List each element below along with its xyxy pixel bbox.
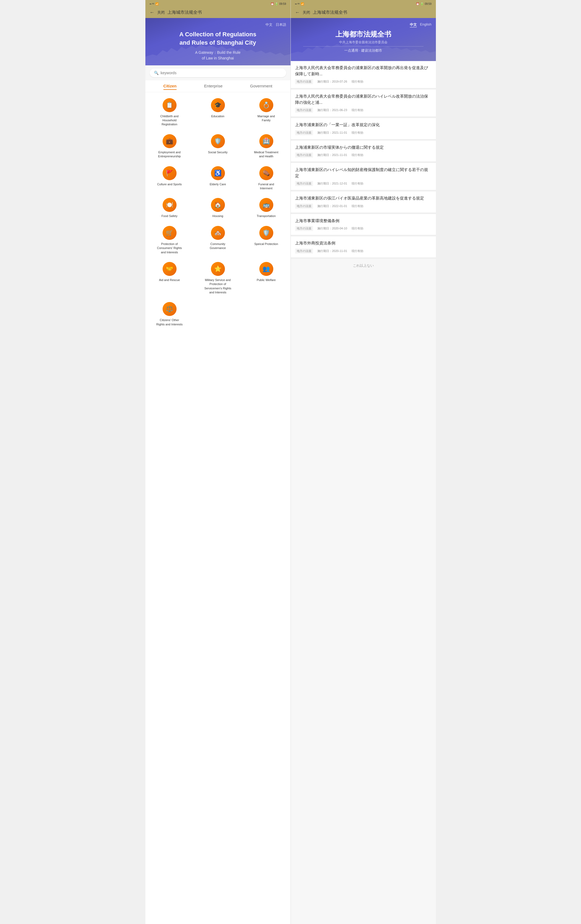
category-military[interactable]: ⭐ Military Service andProtection ofServi…	[194, 258, 242, 299]
marriage-label: Marriage andFamily	[257, 114, 275, 123]
search-icon: 🔍	[154, 71, 158, 75]
category-transportation[interactable]: 🚌 Transportation	[242, 194, 291, 222]
list-item-2[interactable]: 上海市浦東新区の「一業一証」改革規定の深化 地方の法規 施行期日：2021-11…	[291, 118, 436, 141]
list-item-4[interactable]: 上海市浦東新区のハイレベル知的財産権保護制度の確立に関する若干の規定 地方の法規…	[291, 163, 436, 191]
lang-chinese-right[interactable]: 中文	[410, 22, 417, 27]
list-meta-5: 地方の法規 施行期日：2022-01-01 現行有効	[295, 204, 431, 209]
right-phone: ▪▪ ⁴ᵍ 📶 ⏰ 🔋 09:59 ← 关闭 上海城市法规全书 中文 Engli…	[291, 0, 436, 924]
status-right-right-icons: ⏰ 🔋 09:59	[416, 2, 431, 5]
meta-date-3: 施行期日：2021-11-01	[318, 153, 347, 157]
category-aid[interactable]: 🤝 Aid and Rescue	[145, 258, 194, 299]
meta-tag-0: 地方の法規	[295, 79, 313, 84]
wifi-icon-right: 📶	[301, 2, 304, 5]
category-citizens-rights[interactable]: ⚖️ Citizens' OtherRights and Interests	[145, 298, 194, 330]
welfare-icon: 👥	[259, 262, 273, 276]
category-funeral[interactable]: ⚰️ Funeral andInterment	[242, 162, 291, 195]
law-list: 上海市人民代表大会常務委員会の浦東新区の改革開放の再出発を促進及び保障して新時.…	[291, 61, 436, 924]
list-title-7: 上海市外商投資法条例	[295, 240, 431, 246]
list-item-1[interactable]: 上海市人民代表大会常務委員会の浦東新区のハイレベル改革開放の法治保障の強化と浦.…	[291, 89, 436, 118]
consumers-label: Protection ofConsumers' Rightsand Intere…	[157, 242, 182, 254]
childbirth-label: Childbirth andHouseholdRegistration	[160, 114, 179, 127]
category-housing[interactable]: 🏠 Housing	[194, 194, 242, 222]
search-section: 🔍	[145, 65, 291, 81]
battery-icon-right: 🔋	[420, 2, 423, 5]
category-special[interactable]: 🛡️ Speical Protection	[242, 222, 291, 258]
signal-icon-right: ▪▪ ⁴ᵍ	[295, 2, 300, 5]
military-label: Military Service andProtection ofService…	[204, 278, 231, 295]
meta-tag-4: 地方の法規	[295, 181, 313, 186]
category-employment[interactable]: 💼 Employment andEntrepreneurship	[145, 130, 194, 162]
list-meta-7: 地方の法規 施行期日：2020-11-01 現行有効	[295, 249, 431, 254]
medical-icon: 🏥	[259, 134, 273, 148]
lang-english-right[interactable]: English	[420, 22, 431, 27]
employment-label: Employment andEntrepreneurship	[158, 150, 181, 158]
citizens-rights-icon: ⚖️	[163, 302, 176, 316]
lang-japanese-left[interactable]: 日本語	[276, 22, 286, 27]
elderly-icon: ♿	[211, 166, 225, 180]
special-icon: 🛡️	[259, 226, 273, 240]
meta-status-4: 現行有効	[352, 182, 363, 186]
meta-status-6: 現行有効	[352, 226, 363, 231]
close-button-right[interactable]: 关闭	[303, 10, 310, 15]
meta-date-0: 施行期日：2019-07-26	[318, 79, 347, 84]
left-phone: ▪▪ ⁴ᵍ 📶 ⏰ 🔋 09:59 ← 关闭 上海城市法规全书 中文 日本語 A…	[145, 0, 291, 924]
housing-icon: 🏠	[211, 198, 225, 212]
battery-icon: 🔋	[275, 2, 278, 5]
meta-date-1: 施行期日：2021-06-23	[318, 108, 347, 112]
list-item-3[interactable]: 上海浦東新区の市場実体からの撤退に関する規定 地方の法規 施行期日：2021-1…	[291, 141, 436, 163]
meta-tag-1: 地方の法規	[295, 107, 313, 113]
category-consumers[interactable]: 🛒 Protection ofConsumers' Rightsand Inte…	[145, 222, 194, 258]
meta-tag-7: 地方の法規	[295, 249, 313, 254]
back-button-right[interactable]: ←	[295, 10, 300, 15]
status-right-icons: ⏰ 🔋 09:59	[271, 2, 286, 5]
category-education[interactable]: 🎓 Education	[194, 94, 242, 130]
list-title-1: 上海市人民代表大会常務委員会の浦東新区のハイレベル改革開放の法治保障の強化と浦.…	[295, 93, 431, 106]
list-title-3: 上海浦東新区の市場実体からの撤退に関する規定	[295, 144, 431, 150]
list-item-0[interactable]: 上海市人民代表大会常務委員会の浦東新区の改革開放の再出発を促進及び保障して新時.…	[291, 61, 436, 89]
close-button-left[interactable]: 关闭	[157, 10, 165, 15]
list-item-6[interactable]: 上海市事業環境整備条例 地方の法規 施行期日：2020-04-10 現行有効	[291, 214, 436, 237]
category-elderly[interactable]: ♿ Elderly Care	[194, 162, 242, 195]
list-title-2: 上海市浦東新区の「一業一証」改革規定の深化	[295, 122, 431, 128]
alarm-icon-right: ⏰	[416, 2, 419, 5]
status-right-left-icons: ▪▪ ⁴ᵍ 📶	[295, 2, 304, 5]
category-childbirth[interactable]: 📋 Childbirth andHouseholdRegistration	[145, 94, 194, 130]
language-switcher-right[interactable]: 中文 English	[295, 22, 431, 27]
transportation-icon: 🚌	[259, 198, 273, 212]
list-item-7[interactable]: 上海市外商投資法条例 地方の法規 施行期日：2020-11-01 現行有効	[291, 236, 436, 259]
city-silhouette-left	[145, 44, 291, 65]
meta-date-4: 施行期日：2021-12-01	[318, 182, 347, 186]
category-grid: 📋 Childbirth andHouseholdRegistration 🎓 …	[145, 92, 291, 333]
hero-banner-right: 中文 English 上海都市法规全书 中共上海市委全面依法治市委员会 一点通用…	[291, 18, 436, 61]
search-bar[interactable]: 🔍	[150, 69, 286, 77]
meta-date-5: 施行期日：2022-01-01	[318, 204, 347, 208]
category-social-security[interactable]: 🛡️ Social Security	[194, 130, 242, 162]
list-title-6: 上海市事業環境整備条例	[295, 218, 431, 224]
back-button-left[interactable]: ←	[150, 10, 155, 15]
list-item-5[interactable]: 上海市浦東新区の張江バイオ医薬品産業の革新高地建設を促進する規定 地方の法規 施…	[291, 191, 436, 214]
search-input[interactable]	[161, 71, 282, 75]
meta-status-1: 現行有効	[352, 108, 363, 112]
lang-chinese-left[interactable]: 中文	[265, 22, 273, 27]
category-culture[interactable]: 🚩 Culture and Sports	[145, 162, 194, 195]
list-title-4: 上海市浦東新区のハイレベル知的財産権保護制度の確立に関する若干の規定	[295, 167, 431, 179]
aid-icon: 🤝	[163, 262, 176, 276]
tab-enterprise[interactable]: Enterprise	[204, 84, 222, 90]
category-community[interactable]: 🏘️ CommunityGovernance	[194, 222, 242, 258]
category-welfare[interactable]: 👥 Public Welfare	[242, 258, 291, 299]
city-silhouette-right	[291, 42, 436, 61]
meta-date-6: 施行期日：2020-04-10	[318, 226, 347, 231]
category-marriage[interactable]: 💍 Marriage andFamily	[242, 94, 291, 130]
medical-label: Medical Treatmentand Health	[254, 150, 278, 158]
tab-citizen[interactable]: Citizen	[163, 84, 176, 90]
meta-status-0: 現行有効	[352, 79, 363, 84]
category-medical[interactable]: 🏥 Medical Treatmentand Health	[242, 130, 291, 162]
tab-government[interactable]: Government	[250, 84, 273, 90]
meta-status-5: 現行有効	[352, 204, 363, 208]
list-meta-4: 地方の法規 施行期日：2021-12-01 現行有効	[295, 181, 431, 186]
welfare-label: Public Welfare	[257, 278, 276, 282]
category-food[interactable]: 🍽️ Food Safety	[145, 194, 194, 222]
status-bar-right: ▪▪ ⁴ᵍ 📶 ⏰ 🔋 09:59	[291, 0, 436, 8]
military-icon: ⭐	[211, 262, 225, 276]
language-switcher-left[interactable]: 中文 日本語	[150, 22, 286, 27]
